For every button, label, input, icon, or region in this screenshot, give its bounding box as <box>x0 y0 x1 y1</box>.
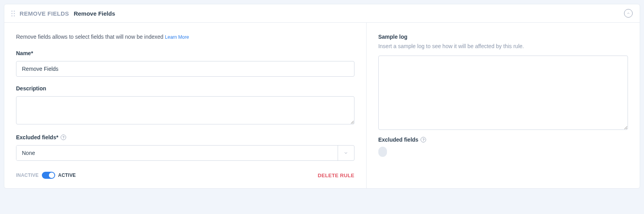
excluded-fields-label: Excluded fields* ? <box>16 134 66 140</box>
footer-row: INACTIVE ACTIVE DELETE RULE <box>16 172 354 179</box>
help-icon[interactable]: ? <box>61 135 66 140</box>
intro-text-content: Remove fields allows to select fields th… <box>16 34 164 40</box>
rule-title: Remove Fields <box>74 10 115 17</box>
excluded-fields-select[interactable]: None <box>16 145 354 161</box>
active-toggle[interactable] <box>42 172 55 179</box>
learn-more-link[interactable]: Learn More <box>165 34 189 40</box>
intro-text: Remove fields allows to select fields th… <box>16 34 354 40</box>
description-input[interactable] <box>16 96 354 124</box>
rule-type-label: REMOVE FIELDS <box>20 10 69 17</box>
sample-log-title: Sample log <box>378 34 628 40</box>
sample-log-input[interactable] <box>378 56 628 130</box>
card-header: REMOVE FIELDS Remove Fields <box>4 4 640 23</box>
collapse-button[interactable] <box>624 9 633 18</box>
delete-rule-button[interactable]: DELETE RULE <box>318 173 354 178</box>
help-icon[interactable]: ? <box>421 137 426 142</box>
preview-excluded-title-text: Excluded fields <box>378 137 419 143</box>
inactive-label: INACTIVE <box>16 173 39 178</box>
description-label: Description <box>16 85 46 92</box>
toggle-knob <box>49 173 54 178</box>
name-group: Name* <box>16 50 354 77</box>
name-label: Name* <box>16 50 33 56</box>
form-pane: Remove fields allows to select fields th… <box>4 23 367 188</box>
excluded-fields-label-text: Excluded fields* <box>16 134 58 140</box>
drag-handle-icon[interactable] <box>11 11 15 16</box>
preview-pane: Sample log Insert a sample log to see ho… <box>367 23 640 188</box>
select-caret <box>338 146 354 160</box>
excluded-chip-placeholder <box>378 147 387 157</box>
active-toggle-group: INACTIVE ACTIVE <box>16 172 76 179</box>
excluded-fields-group: Excluded fields* ? None <box>16 134 354 161</box>
card-body: Remove fields allows to select fields th… <box>4 23 640 188</box>
chevron-up-icon <box>626 11 630 15</box>
card-header-left: REMOVE FIELDS Remove Fields <box>11 10 115 17</box>
description-group: Description <box>16 85 354 126</box>
chevron-down-icon <box>344 151 348 155</box>
sample-log-description: Insert a sample log to see how it will b… <box>378 43 628 49</box>
preview-excluded-title: Excluded fields ? <box>378 137 426 143</box>
excluded-fields-value: None <box>16 146 338 160</box>
rule-card: REMOVE FIELDS Remove Fields Remove field… <box>4 4 640 189</box>
active-label: ACTIVE <box>58 173 76 178</box>
name-input[interactable] <box>16 61 354 77</box>
